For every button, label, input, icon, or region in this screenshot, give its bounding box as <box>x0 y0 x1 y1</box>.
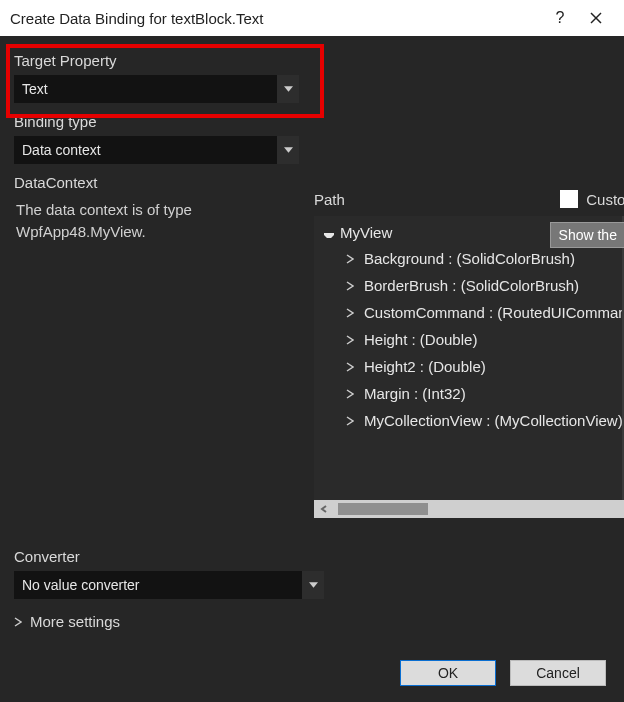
path-label: Path <box>314 191 345 208</box>
chevron-down-icon[interactable] <box>277 136 299 164</box>
chevron-right-icon <box>346 358 354 375</box>
scroll-thumb-h[interactable] <box>338 503 428 515</box>
chevron-right-icon <box>346 331 354 348</box>
tree-item[interactable]: Background : (SolidColorBrush) <box>314 245 624 272</box>
more-settings-expander[interactable]: More settings <box>14 613 610 630</box>
datacontext-text: The data context is of type WpfApp48.MyV… <box>14 197 314 245</box>
target-property-combo[interactable]: Text <box>14 75 299 103</box>
cancel-button[interactable]: Cancel <box>510 660 606 686</box>
target-property-value: Text <box>14 75 277 103</box>
tree-item[interactable]: MyCollectionView : (MyCollectionView) <box>314 407 624 434</box>
tree-item[interactable]: BorderBrush : (SolidColorBrush) <box>314 272 624 299</box>
scroll-right-icon[interactable] <box>620 500 624 518</box>
converter-value: No value converter <box>14 571 302 599</box>
path-tree-view[interactable]: Show the MyView Background : (SolidColor… <box>314 216 624 518</box>
chevron-down-icon[interactable] <box>277 75 299 103</box>
tree-item-label: Height : (Double) <box>364 331 477 348</box>
binding-type-value: Data context <box>14 136 277 164</box>
chevron-right-icon <box>346 250 354 267</box>
triangle-down-icon <box>324 224 334 241</box>
chevron-right-icon <box>346 385 354 402</box>
help-button[interactable]: ? <box>542 0 578 36</box>
tree-item-label: Background : (SolidColorBrush) <box>364 250 575 267</box>
custom-label: Custom <box>586 191 624 208</box>
show-the-button[interactable]: Show the <box>550 222 624 248</box>
checkbox-icon <box>560 190 578 208</box>
chevron-right-icon <box>346 304 354 321</box>
tree-item-label: BorderBrush : (SolidColorBrush) <box>364 277 579 294</box>
scroll-left-icon[interactable] <box>314 500 334 518</box>
tree-item-label: CustomCommand : (RoutedUICommand) <box>364 304 624 321</box>
title-bar: Create Data Binding for textBlock.Text ? <box>0 0 624 36</box>
converter-label: Converter <box>14 548 610 565</box>
scrollbar-horizontal[interactable] <box>314 500 624 518</box>
more-settings-label: More settings <box>30 613 120 630</box>
tree-item-label: Margin : (Int32) <box>364 385 466 402</box>
tree-item[interactable]: Height2 : (Double) <box>314 353 624 380</box>
tree-item-label: Height2 : (Double) <box>364 358 486 375</box>
binding-type-combo[interactable]: Data context <box>14 136 299 164</box>
target-property-label: Target Property <box>14 52 314 69</box>
custom-checkbox[interactable]: Custom <box>560 190 624 208</box>
chevron-down-icon[interactable] <box>302 571 324 599</box>
chevron-right-icon <box>346 412 354 429</box>
dialog-footer: OK Cancel <box>400 660 606 686</box>
dialog-body: Target Property Text Binding type Data c… <box>0 36 624 702</box>
chevron-right-icon <box>346 277 354 294</box>
datacontext-line1: The data context is of type <box>16 201 192 218</box>
ok-button[interactable]: OK <box>400 660 496 686</box>
tree-item[interactable]: Height : (Double) <box>314 326 624 353</box>
tree-item-label: MyCollectionView : (MyCollectionView) <box>364 412 623 429</box>
binding-type-label: Binding type <box>14 113 314 130</box>
tree-root-label: MyView <box>340 224 392 241</box>
tree-item[interactable]: CustomCommand : (RoutedUICommand) <box>314 299 624 326</box>
converter-combo[interactable]: No value converter <box>14 571 324 599</box>
close-button[interactable] <box>578 0 614 36</box>
tree-item[interactable]: Margin : (Int32) <box>314 380 624 407</box>
dialog-title: Create Data Binding for textBlock.Text <box>10 10 542 27</box>
datacontext-line2: WpfApp48.MyView. <box>16 223 146 240</box>
chevron-right-icon <box>14 617 22 627</box>
path-tree: Show the MyView Background : (SolidColor… <box>314 216 624 518</box>
datacontext-label: DataContext <box>14 174 314 191</box>
